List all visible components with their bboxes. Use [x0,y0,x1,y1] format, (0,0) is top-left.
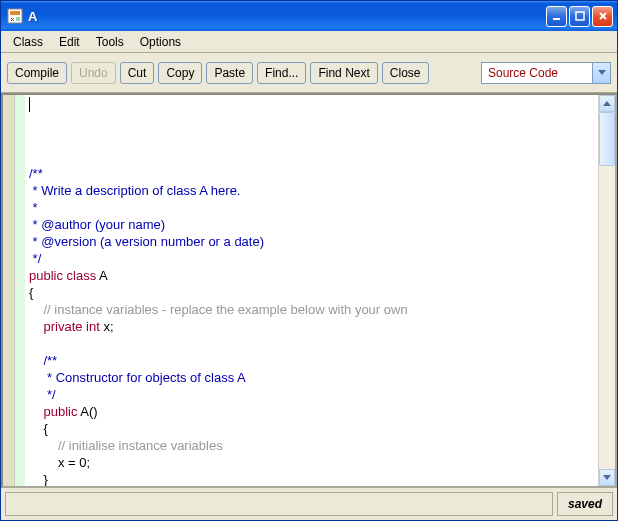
menubar: Class Edit Tools Options [1,31,617,53]
menu-edit[interactable]: Edit [51,33,88,51]
code-line: // initialise instance variables [29,437,594,454]
close-icon [598,11,608,21]
editor-gutter [3,95,15,486]
menu-class[interactable]: Class [5,33,51,51]
statusbar: saved [1,488,617,520]
chevron-up-icon [603,101,611,107]
code-line: */ [29,250,594,267]
code-line: * @version (a version number or a date) [29,233,594,250]
compile-button[interactable]: Compile [7,62,67,84]
find-button[interactable]: Find... [257,62,306,84]
code-line: } [29,471,594,486]
find-next-button[interactable]: Find Next [310,62,377,84]
window-controls [546,6,613,27]
svg-rect-3 [576,12,584,20]
maximize-button[interactable] [569,6,590,27]
code-line: { [29,284,594,301]
view-selector[interactable]: Source Code [481,62,611,84]
code-line: */ [29,386,594,403]
text-cursor [29,97,30,112]
svg-rect-2 [553,18,560,20]
saved-indicator: saved [557,492,613,516]
minimize-button[interactable] [546,6,567,27]
minimize-icon [552,11,562,21]
code-line: /** [29,165,594,182]
code-line: { [29,420,594,437]
chevron-down-icon [592,63,610,83]
titlebar[interactable]: A [1,1,617,31]
scroll-up-button[interactable] [599,95,615,112]
code-line: public class A [29,267,594,284]
close-button[interactable]: Close [382,62,429,84]
scrollbar-track[interactable] [599,166,615,469]
app-icon [7,8,23,24]
scroll-down-button[interactable] [599,469,615,486]
code-line [29,335,594,352]
chevron-down-icon [603,475,611,481]
menu-tools[interactable]: Tools [88,33,132,51]
vertical-scrollbar[interactable] [598,95,615,486]
code-line: x = 0; [29,454,594,471]
maximize-icon [575,11,585,21]
copy-button[interactable]: Copy [158,62,202,84]
code-line: private int x; [29,318,594,335]
code-line: public A() [29,403,594,420]
code-line: * Write a description of class A here. [29,182,594,199]
code-line: * [29,199,594,216]
view-selector-value: Source Code [482,66,592,80]
code-line: /** [29,352,594,369]
code-editor[interactable]: /** * Write a description of class A her… [25,95,598,486]
scrollbar-thumb[interactable] [599,112,615,166]
status-message-area [5,492,553,516]
menu-options[interactable]: Options [132,33,189,51]
scope-bar [15,95,25,486]
toolbar: Compile Undo Cut Copy Paste Find... Find… [1,53,617,93]
svg-rect-1 [10,11,20,15]
paste-button[interactable]: Paste [206,62,253,84]
app-window: A Class Edit Tools Options Compile Undo … [0,0,618,521]
window-title: A [28,9,546,24]
code-line: // instance variables - replace the exam… [29,301,594,318]
code-line: * @author (your name) [29,216,594,233]
editor-area: /** * Write a description of class A her… [1,93,617,488]
undo-button: Undo [71,62,116,84]
code-line [29,148,594,165]
close-window-button[interactable] [592,6,613,27]
cut-button[interactable]: Cut [120,62,155,84]
code-line: * Constructor for objects of class A [29,369,594,386]
